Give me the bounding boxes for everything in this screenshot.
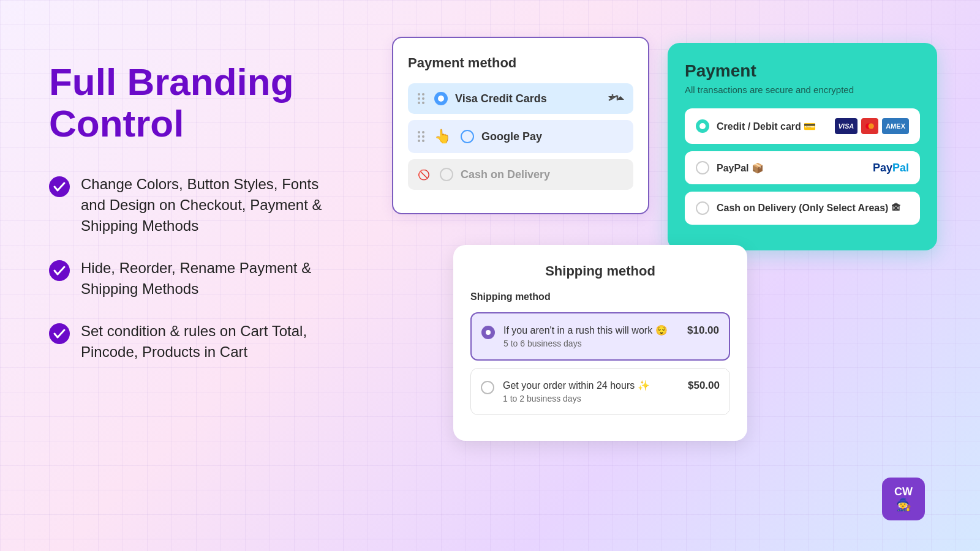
ship-days-fast: 1 to 2 business days <box>503 394 679 403</box>
cw-icon: 🧙 <box>896 497 911 512</box>
svg-point-2 <box>49 323 70 344</box>
right-panel: Payment method Visa Credit Cards <box>380 37 943 539</box>
payment-method-title: Payment method <box>408 55 633 71</box>
svg-point-7 <box>869 123 874 129</box>
feature-item-1: Change Colors, Button Styles, Fonts and … <box>49 174 343 236</box>
radio-cod-teal <box>696 201 709 215</box>
ship-info-slow: If you aren't in a rush this will work 😌… <box>503 324 679 348</box>
pay-option-credit-left: Credit / Debit card 💳 <box>696 119 816 133</box>
shipping-subtitle: Shipping method <box>470 291 730 302</box>
hand-cursor-icon: 👆 <box>434 129 451 144</box>
check-icon-3 <box>49 323 70 344</box>
shipping-title: Shipping method <box>470 263 730 279</box>
ship-days-slow: 5 to 6 business days <box>503 339 679 348</box>
cw-logo: CW 🧙 <box>882 478 925 520</box>
left-panel: Full Branding Control Change Colors, But… <box>49 37 343 362</box>
ship-info-fast: Get your order within 24 hours ✨ 1 to 2 … <box>503 380 679 403</box>
card-icons: VISA AMEX <box>835 118 909 134</box>
pay-option-cod-teal[interactable]: Cash on Delivery (Only Select Areas) 🏚 <box>685 192 920 225</box>
page-container: Full Branding Control Change Colors, But… <box>0 0 980 551</box>
radio-googlepay <box>461 130 474 143</box>
feature-text-2: Hide, Reorder, Rename Payment & Shipping… <box>81 258 343 299</box>
shipping-card: Shipping method Shipping method If you a… <box>453 245 747 441</box>
pay-option-paypal-left: PayPal 📦 <box>696 161 764 174</box>
ship-radio-fast <box>481 381 494 394</box>
radio-credit <box>696 119 709 133</box>
feature-text-1: Change Colors, Button Styles, Fonts and … <box>81 174 343 236</box>
sort-arrows <box>605 89 625 107</box>
pm-item-googlepay[interactable]: 👆 Google Pay <box>408 120 633 153</box>
payment-method-card: Payment method Visa Credit Cards <box>392 37 649 214</box>
mastercard-badge <box>861 118 878 134</box>
payment-card-title: Payment <box>685 61 920 81</box>
pay-option-cod-label: Cash on Delivery (Only Select Areas) 🏚 <box>717 203 901 214</box>
feature-text-3: Set condition & rules on Cart Total, Pin… <box>81 321 343 362</box>
shipping-option-fast[interactable]: Get your order within 24 hours ✨ 1 to 2 … <box>470 368 730 415</box>
check-icon-1 <box>49 176 70 197</box>
ship-label-fast: Get your order within 24 hours ✨ <box>503 380 679 391</box>
feature-item-3: Set condition & rules on Cart Total, Pin… <box>49 321 343 362</box>
pm-label-cod: Cash on Delivery <box>461 168 550 181</box>
feature-item-2: Hide, Reorder, Rename Payment & Shipping… <box>49 258 343 299</box>
eye-slash-icon: 🚫 <box>418 169 430 181</box>
ship-label-slow: If you aren't in a rush this will work 😌 <box>503 324 679 336</box>
radio-paypal <box>696 161 709 174</box>
visa-badge: VISA <box>835 118 858 134</box>
pm-label-googlepay: Google Pay <box>481 130 542 143</box>
pay-option-credit[interactable]: Credit / Debit card 💳 VISA AMEX <box>685 108 920 144</box>
ship-price-slow: $10.00 <box>687 324 719 337</box>
radio-cod <box>440 168 453 181</box>
paypal-logo: PayPal <box>873 162 909 174</box>
pay-option-paypal[interactable]: PayPal 📦 PayPal <box>685 151 920 184</box>
ship-price-fast: $50.00 <box>688 380 720 392</box>
ship-radio-slow <box>481 326 495 339</box>
pm-item-visa[interactable]: Visa Credit Cards <box>408 83 633 114</box>
radio-visa <box>434 92 448 105</box>
svg-point-0 <box>49 176 70 197</box>
svg-point-1 <box>49 260 70 281</box>
cw-text: CW <box>894 486 913 497</box>
pay-option-credit-label: Credit / Debit card 💳 <box>717 121 816 132</box>
main-title: Full Branding Control <box>49 61 343 144</box>
pm-item-cod: 🚫 Cash on Delivery <box>408 159 633 190</box>
shipping-option-slow[interactable]: If you aren't in a rush this will work 😌… <box>470 312 730 361</box>
drag-handle-visa <box>418 93 424 104</box>
feature-list: Change Colors, Button Styles, Fonts and … <box>49 174 343 362</box>
pm-label-visa: Visa Credit Cards <box>455 92 547 105</box>
check-icon-2 <box>49 260 70 281</box>
pay-option-paypal-label: PayPal 📦 <box>717 162 764 174</box>
payment-card: Payment All transactions are secure and … <box>668 43 937 250</box>
pay-option-cod-left: Cash on Delivery (Only Select Areas) 🏚 <box>696 201 901 215</box>
amex-badge: AMEX <box>882 118 909 134</box>
drag-handle-googlepay <box>418 131 424 142</box>
payment-card-subtitle: All transactions are secure and encrypte… <box>685 84 920 95</box>
